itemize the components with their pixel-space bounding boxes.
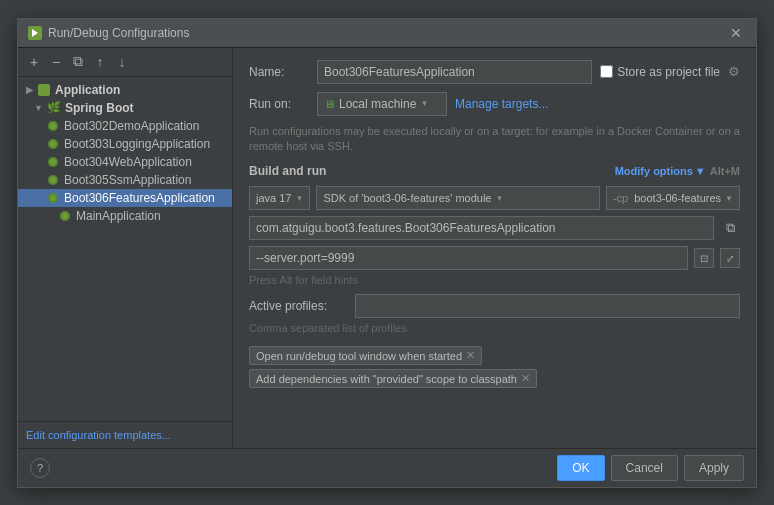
application-icon bbox=[37, 83, 51, 97]
vm-options-input[interactable] bbox=[249, 246, 688, 270]
hint-text: Run configurations may be executed local… bbox=[249, 124, 740, 155]
gear-icon: ⚙ bbox=[728, 64, 740, 79]
run-icon-4 bbox=[46, 191, 60, 205]
ok-button[interactable]: OK bbox=[557, 455, 604, 481]
tree-item-label-1: Boot303LoggingApplication bbox=[64, 137, 210, 151]
tree-item-0[interactable]: Boot302DemoApplication bbox=[18, 117, 232, 135]
vm-options-row: ⊡ ⤢ bbox=[249, 246, 740, 270]
add-config-button[interactable]: + bbox=[24, 52, 44, 72]
main-class-copy-button[interactable]: ⧉ bbox=[720, 218, 740, 238]
shortcut-badge: Alt+M bbox=[710, 165, 740, 177]
dialog-icon bbox=[28, 26, 42, 40]
name-input[interactable] bbox=[317, 60, 592, 84]
application-label: Application bbox=[55, 83, 120, 97]
left-toolbar: + − ⧉ ↑ ↓ bbox=[18, 48, 232, 77]
run-icon-2 bbox=[46, 155, 60, 169]
run-on-arrow: ▼ bbox=[420, 99, 428, 108]
name-label: Name: bbox=[249, 65, 309, 79]
modify-options-arrow: ▼ bbox=[695, 165, 706, 177]
run-on-row: Run on: 🖥 Local machine ▼ Manage targets… bbox=[249, 92, 740, 116]
active-profiles-row: Active profiles: bbox=[249, 294, 740, 318]
cp-value: boot3-06-features bbox=[634, 192, 721, 204]
run-on-icon: 🖥 bbox=[324, 98, 335, 110]
active-profiles-label: Active profiles: bbox=[249, 299, 349, 313]
module-label: SDK of 'boot3-06-features' module bbox=[323, 192, 491, 204]
title-bar-left: Run/Debug Configurations bbox=[28, 26, 189, 40]
sdk-arrow: ▼ bbox=[295, 194, 303, 203]
expand-button[interactable]: ⊡ bbox=[694, 248, 714, 268]
tag-1: Open run/debug tool window when started … bbox=[249, 346, 482, 365]
move-up-button[interactable]: ↑ bbox=[90, 52, 110, 72]
store-as-project-checkbox[interactable] bbox=[600, 65, 613, 78]
tree-item-4[interactable]: Boot306FeaturesApplication bbox=[18, 189, 232, 207]
bottom-left: ? bbox=[30, 458, 50, 478]
manage-targets-link[interactable]: Manage targets... bbox=[455, 97, 548, 111]
active-profiles-input[interactable] bbox=[355, 294, 740, 318]
tree-spring-boot-section[interactable]: ▼ 🌿 Spring Boot bbox=[18, 99, 232, 117]
modify-options-text: Modify options bbox=[615, 165, 693, 177]
sdk-module-row: java 17 ▼ SDK of 'boot3-06-features' mod… bbox=[249, 186, 740, 210]
cp-select[interactable]: -cp boot3-06-features ▼ bbox=[606, 186, 740, 210]
run-on-select[interactable]: 🖥 Local machine ▼ bbox=[317, 92, 447, 116]
main-class-row: ⧉ bbox=[249, 216, 740, 240]
run-debug-dialog: Run/Debug Configurations ✕ + − ⧉ ↑ ↓ ▶ A… bbox=[17, 18, 757, 488]
tag-1-label: Open run/debug tool window when started bbox=[256, 350, 462, 362]
modify-options-container: Modify options ▼ Alt+M bbox=[615, 165, 740, 177]
bottom-bar: ? OK Cancel Apply bbox=[18, 448, 756, 487]
tag-2: Add dependencies with "provided" scope t… bbox=[249, 369, 537, 388]
run-icon-5 bbox=[58, 209, 72, 223]
tree-item-1[interactable]: Boot303LoggingApplication bbox=[18, 135, 232, 153]
modify-options-link[interactable]: Modify options ▼ bbox=[615, 165, 706, 177]
tree-item-2[interactable]: Boot304WebApplication bbox=[18, 153, 232, 171]
main-content: + − ⧉ ↑ ↓ ▶ Application ▼ 🌿 Spring Boot bbox=[18, 48, 756, 448]
help-button[interactable]: ? bbox=[30, 458, 50, 478]
edit-templates-link[interactable]: Edit configuration templates... bbox=[26, 429, 171, 441]
apply-button[interactable]: Apply bbox=[684, 455, 744, 481]
dialog-title: Run/Debug Configurations bbox=[48, 26, 189, 40]
right-panel: Name: Store as project file ⚙ Run on: 🖥 … bbox=[233, 48, 756, 448]
application-arrow: ▶ bbox=[26, 85, 33, 95]
profiles-hint: Comma separated list of profiles bbox=[249, 322, 740, 334]
run-icon-0 bbox=[46, 119, 60, 133]
store-as-project-label: Store as project file bbox=[600, 65, 720, 79]
sdk-label: java 17 bbox=[256, 192, 291, 204]
press-alt-hint: Press Alt for field hints bbox=[249, 274, 740, 286]
spring-boot-arrow: ▼ bbox=[34, 103, 43, 113]
remove-config-button[interactable]: − bbox=[46, 52, 66, 72]
tree-item-label-3: Boot305SsmApplication bbox=[64, 173, 191, 187]
move-down-button[interactable]: ↓ bbox=[112, 52, 132, 72]
copy-config-button[interactable]: ⧉ bbox=[68, 52, 88, 72]
tag-2-label: Add dependencies with "provided" scope t… bbox=[256, 373, 517, 385]
title-bar: Run/Debug Configurations ✕ bbox=[18, 19, 756, 48]
spring-boot-icon: 🌿 bbox=[47, 101, 61, 115]
tree-item-5[interactable]: MainApplication bbox=[18, 207, 232, 225]
spring-boot-label: Spring Boot bbox=[65, 101, 134, 115]
tree-application-section[interactable]: ▶ Application bbox=[18, 81, 232, 99]
tree-item-3[interactable]: Boot305SsmApplication bbox=[18, 171, 232, 189]
config-tree: ▶ Application ▼ 🌿 Spring Boot Boot302Dem… bbox=[18, 77, 232, 421]
close-button[interactable]: ✕ bbox=[726, 25, 746, 41]
tree-item-label-2: Boot304WebApplication bbox=[64, 155, 192, 169]
run-icon-3 bbox=[46, 173, 60, 187]
bottom-right: OK Cancel Apply bbox=[557, 455, 744, 481]
cp-prefix: -cp bbox=[613, 192, 628, 204]
left-panel: + − ⧉ ↑ ↓ ▶ Application ▼ 🌿 Spring Boot bbox=[18, 48, 233, 448]
tag-2-close[interactable]: ✕ bbox=[521, 372, 530, 385]
run-on-value: Local machine bbox=[339, 97, 416, 111]
cancel-button[interactable]: Cancel bbox=[611, 455, 678, 481]
tree-item-label-0: Boot302DemoApplication bbox=[64, 119, 199, 133]
tree-item-label-5: MainApplication bbox=[76, 209, 161, 223]
tag-1-close[interactable]: ✕ bbox=[466, 349, 475, 362]
sdk-select[interactable]: java 17 ▼ bbox=[249, 186, 310, 210]
module-select[interactable]: SDK of 'boot3-06-features' module ▼ bbox=[316, 186, 600, 210]
tags-row: Open run/debug tool window when started … bbox=[249, 346, 740, 388]
name-row: Name: Store as project file ⚙ bbox=[249, 60, 740, 84]
build-run-section: Build and run Modify options ▼ Alt+M bbox=[249, 164, 740, 178]
main-class-input[interactable] bbox=[249, 216, 714, 240]
svg-marker-0 bbox=[32, 29, 38, 37]
expand-button-2[interactable]: ⤢ bbox=[720, 248, 740, 268]
left-footer: Edit configuration templates... bbox=[18, 421, 232, 448]
module-arrow: ▼ bbox=[495, 194, 503, 203]
run-on-label: Run on: bbox=[249, 97, 309, 111]
run-icon-1 bbox=[46, 137, 60, 151]
